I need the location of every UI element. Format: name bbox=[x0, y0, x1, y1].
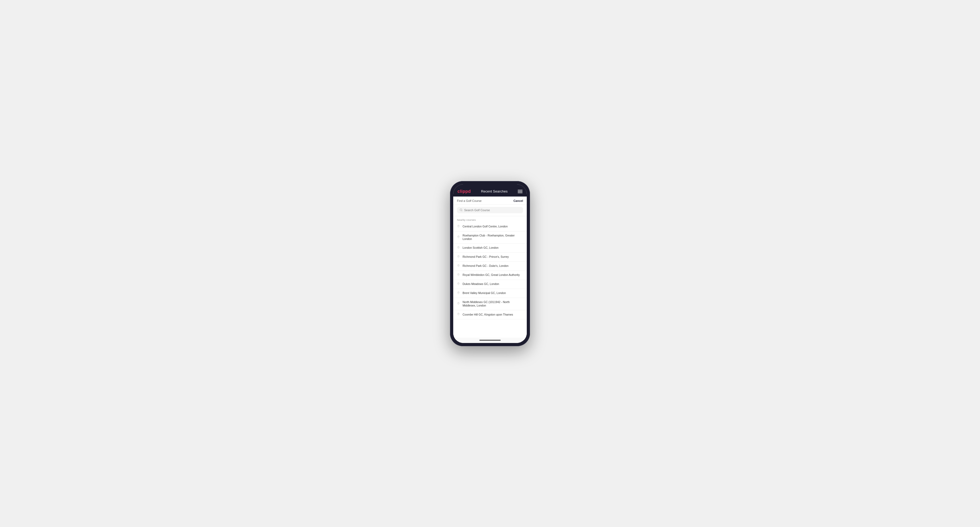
course-item-8[interactable]: North Middlesex GC (1011942 - North Midd… bbox=[453, 298, 527, 310]
course-name-3: Richmond Park GC - Prince's, Surrey bbox=[463, 255, 509, 259]
status-bar bbox=[453, 184, 527, 187]
location-icon-9 bbox=[457, 313, 460, 317]
svg-line-1 bbox=[462, 211, 462, 211]
search-icon bbox=[460, 208, 463, 211]
app-logo: clippd bbox=[458, 189, 471, 194]
course-name-6: Dukes Meadows GC, London bbox=[463, 282, 499, 286]
phone-screen: clippd Recent Searches Find a Golf Cours… bbox=[453, 184, 527, 343]
svg-point-7 bbox=[458, 274, 458, 275]
location-icon-2 bbox=[457, 246, 460, 250]
course-name-5: Royal Wimbledon GC, Great London Authori… bbox=[463, 273, 520, 277]
course-item-0[interactable]: Central London Golf Centre, London bbox=[453, 222, 527, 232]
svg-point-6 bbox=[458, 265, 458, 265]
courses-section: Nearby courses Central London Golf Centr… bbox=[453, 216, 527, 338]
course-item-5[interactable]: Royal Wimbledon GC, Great London Authori… bbox=[453, 271, 527, 280]
course-name-9: Coombe Hill GC, Kingston upon Thames bbox=[463, 313, 513, 317]
nearby-courses-label: Nearby courses bbox=[453, 216, 527, 222]
cancel-button[interactable]: Cancel bbox=[514, 199, 523, 202]
search-box[interactable] bbox=[457, 207, 523, 213]
location-icon-5 bbox=[457, 273, 460, 277]
location-icon-7 bbox=[457, 291, 460, 295]
course-name-2: London Scottish GC, London bbox=[463, 246, 498, 250]
course-item-7[interactable]: Brent Valley Municipal GC, London bbox=[453, 289, 527, 298]
course-name-4: Richmond Park GC - Duke's, London bbox=[463, 264, 508, 268]
course-item-4[interactable]: Richmond Park GC - Duke's, London bbox=[453, 262, 527, 271]
location-icon-3 bbox=[457, 255, 460, 259]
course-item-3[interactable]: Richmond Park GC - Prince's, Surrey bbox=[453, 253, 527, 262]
location-icon-6 bbox=[457, 282, 460, 286]
phone-frame: clippd Recent Searches Find a Golf Cours… bbox=[450, 181, 530, 346]
search-container bbox=[453, 205, 527, 216]
find-label: Find a Golf Course bbox=[457, 199, 482, 202]
course-name-1: Roehampton Club - Roehampton, Greater Lo… bbox=[463, 234, 523, 241]
course-name-7: Brent Valley Municipal GC, London bbox=[463, 291, 506, 295]
nav-title: Recent Searches bbox=[481, 189, 508, 193]
home-indicator bbox=[453, 338, 527, 343]
menu-icon[interactable] bbox=[518, 190, 522, 193]
course-item-2[interactable]: London Scottish GC, London bbox=[453, 244, 527, 253]
course-name-8: North Middlesex GC (1011942 - North Midd… bbox=[463, 300, 523, 308]
search-input[interactable] bbox=[464, 208, 520, 212]
svg-point-8 bbox=[458, 283, 458, 284]
course-name-0: Central London Golf Centre, London bbox=[463, 225, 508, 229]
location-icon-0 bbox=[457, 225, 460, 229]
svg-point-9 bbox=[458, 292, 458, 293]
svg-point-5 bbox=[458, 256, 458, 256]
find-header: Find a Golf Course Cancel bbox=[453, 197, 527, 205]
home-bar bbox=[479, 340, 501, 341]
course-item-6[interactable]: Dukes Meadows GC, London bbox=[453, 280, 527, 289]
svg-point-3 bbox=[458, 236, 458, 237]
location-icon-8 bbox=[457, 302, 460, 306]
content-area: Find a Golf Course Cancel Nearby courses bbox=[453, 197, 527, 343]
svg-point-2 bbox=[458, 225, 458, 226]
course-item-1[interactable]: Roehampton Club - Roehampton, Greater Lo… bbox=[453, 232, 527, 244]
location-icon-1 bbox=[457, 235, 460, 240]
svg-point-11 bbox=[458, 313, 458, 314]
nav-bar: clippd Recent Searches bbox=[453, 187, 527, 197]
svg-point-4 bbox=[458, 247, 458, 248]
course-item-9[interactable]: Coombe Hill GC, Kingston upon Thames bbox=[453, 310, 527, 319]
svg-point-10 bbox=[458, 303, 458, 303]
location-icon-4 bbox=[457, 264, 460, 268]
